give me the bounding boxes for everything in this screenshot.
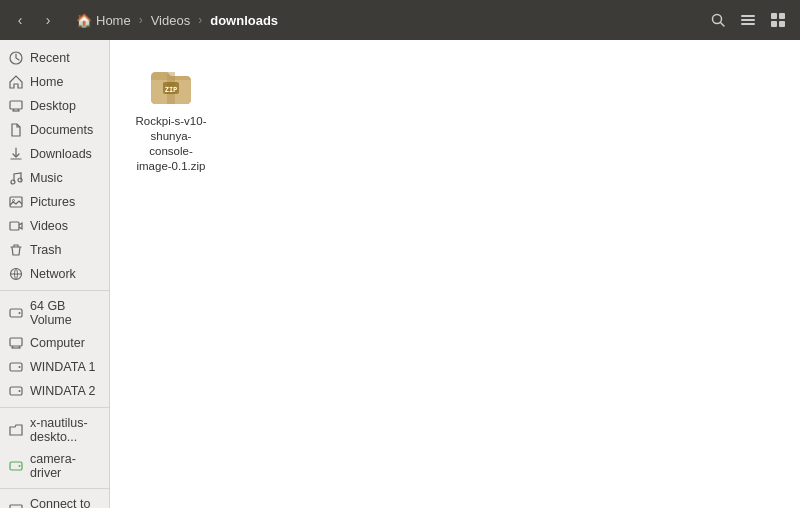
breadcrumb: 🏠 Home › Videos › downloads (68, 10, 286, 31)
zip-file-icon: ZIP (147, 62, 195, 110)
view-grid-icon (770, 12, 786, 28)
svg-rect-5 (771, 13, 777, 19)
svg-rect-20 (10, 222, 19, 230)
windata1-label: WINDATA 1 (30, 360, 96, 374)
pictures-icon (8, 194, 24, 210)
computer-label: Computer (30, 336, 85, 350)
svg-point-16 (11, 180, 15, 184)
sidebar-item-network[interactable]: Network (0, 262, 109, 286)
home-icon: 🏠 (76, 13, 92, 28)
svg-rect-4 (741, 23, 755, 25)
sidebar: Recent Home Desktop Documents Downloads (0, 40, 110, 508)
svg-rect-8 (779, 21, 785, 27)
breadcrumb-home[interactable]: 🏠 Home (68, 10, 139, 31)
svg-line-1 (721, 23, 725, 27)
file-name: Rockpi-s-v10-shunya-console-image-0.1.zi… (132, 114, 210, 174)
camera-label: camera-driver (30, 452, 101, 480)
svg-rect-3 (741, 19, 755, 21)
svg-text:ZIP: ZIP (165, 86, 178, 94)
downloads-icon (8, 146, 24, 162)
trash-label: Trash (30, 243, 62, 257)
documents-label: Documents (30, 123, 93, 137)
breadcrumb-downloads[interactable]: downloads (202, 10, 286, 31)
sidebar-item-trash[interactable]: Trash (0, 238, 109, 262)
connect-server-icon (8, 503, 24, 508)
clock-icon (8, 50, 24, 66)
forward-button[interactable]: › (36, 8, 60, 32)
sidebar-item-pictures[interactable]: Pictures (0, 190, 109, 214)
svg-rect-2 (741, 15, 755, 17)
sidebar-item-recent[interactable]: Recent (0, 46, 109, 70)
nautilus-label: x-nautilus-deskto... (30, 416, 101, 444)
sidebar-item-music[interactable]: Music (0, 166, 109, 190)
search-icon (710, 12, 726, 28)
sidebar-item-videos[interactable]: Videos (0, 214, 109, 238)
music-label: Music (30, 171, 63, 185)
file-item[interactable]: ZIP Rockpi-s-v10-shunya-console-image-0.… (126, 56, 216, 180)
main-content: Recent Home Desktop Documents Downloads (0, 40, 800, 508)
windata2-icon (8, 383, 24, 399)
desktop-icon (8, 98, 24, 114)
toolbar: ‹ › 🏠 Home › Videos › downloads (0, 0, 800, 40)
nautilus-icon (8, 422, 24, 438)
sidebar-item-desktop[interactable]: Desktop (0, 94, 109, 118)
breadcrumb-videos[interactable]: Videos (143, 10, 199, 31)
trash-icon (8, 242, 24, 258)
file-area: ZIP Rockpi-s-v10-shunya-console-image-0.… (110, 40, 800, 508)
home-label: Home (30, 75, 63, 89)
desktop-label: Desktop (30, 99, 76, 113)
pictures-label: Pictures (30, 195, 75, 209)
svg-rect-7 (771, 21, 777, 27)
videos-label: Videos (30, 219, 68, 233)
videos-icon (8, 218, 24, 234)
svg-rect-25 (10, 338, 22, 346)
home-sidebar-icon (8, 74, 24, 90)
svg-rect-10 (10, 101, 22, 109)
sidebar-item-nautilus[interactable]: x-nautilus-deskto... (0, 412, 109, 448)
64gb-label: 64 GB Volume (30, 299, 101, 327)
sidebar-item-windata2[interactable]: WINDATA 2 (0, 379, 109, 403)
svg-point-32 (19, 390, 21, 392)
windata2-label: WINDATA 2 (30, 384, 96, 398)
sidebar-divider-1 (0, 290, 109, 291)
music-icon (8, 170, 24, 186)
drive-64gb-icon (8, 305, 24, 321)
sidebar-item-windata1[interactable]: WINDATA 1 (0, 355, 109, 379)
view-list-icon (740, 12, 756, 28)
recent-label: Recent (30, 51, 70, 65)
sidebar-divider-3 (0, 488, 109, 489)
view-grid-button[interactable] (764, 6, 792, 34)
svg-rect-6 (779, 13, 785, 19)
downloads-label: Downloads (30, 147, 92, 161)
sidebar-item-computer[interactable]: Computer (0, 331, 109, 355)
sidebar-item-downloads[interactable]: Downloads (0, 142, 109, 166)
windata1-icon (8, 359, 24, 375)
network-icon (8, 266, 24, 282)
sidebar-item-64gb[interactable]: 64 GB Volume (0, 295, 109, 331)
camera-drive-icon (8, 458, 24, 474)
svg-point-34 (19, 465, 21, 467)
svg-point-24 (19, 312, 21, 314)
search-button[interactable] (704, 6, 732, 34)
svg-point-30 (19, 366, 21, 368)
computer-icon (8, 335, 24, 351)
sidebar-item-connect[interactable]: Connect to Server (0, 493, 109, 508)
sidebar-item-documents[interactable]: Documents (0, 118, 109, 142)
network-label: Network (30, 267, 76, 281)
toolbar-actions (704, 6, 792, 34)
documents-icon (8, 122, 24, 138)
svg-point-19 (13, 200, 15, 202)
sidebar-item-home[interactable]: Home (0, 70, 109, 94)
sidebar-item-camera[interactable]: camera-driver (0, 448, 109, 484)
sidebar-divider-2 (0, 407, 109, 408)
view-list-button[interactable] (734, 6, 762, 34)
back-button[interactable]: ‹ (8, 8, 32, 32)
file-grid: ZIP Rockpi-s-v10-shunya-console-image-0.… (126, 56, 784, 180)
connect-label: Connect to Server (30, 497, 101, 508)
